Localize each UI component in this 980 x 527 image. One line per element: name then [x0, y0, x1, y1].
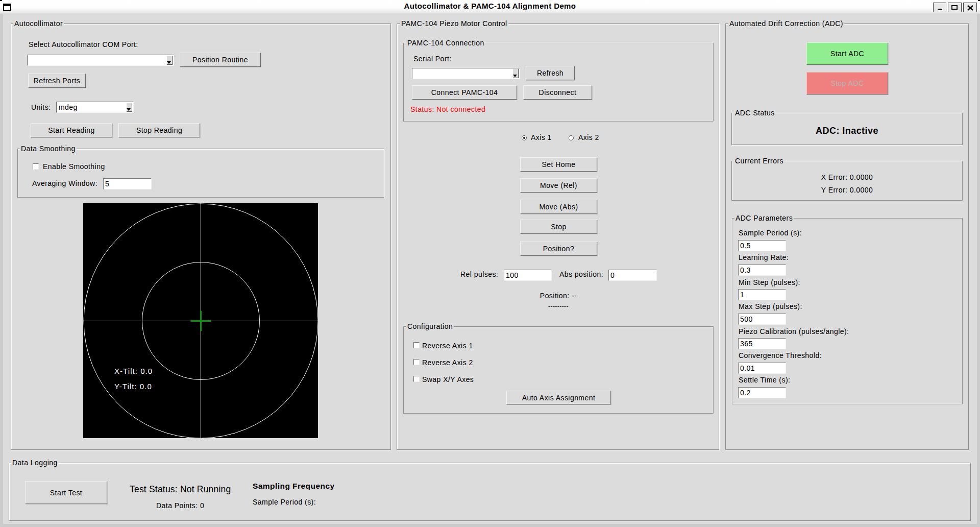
svg-text:Y-Tilt: 0.0: Y-Tilt: 0.0 — [114, 382, 152, 391]
svg-text:X-Tilt: 0.0: X-Tilt: 0.0 — [114, 367, 153, 375]
